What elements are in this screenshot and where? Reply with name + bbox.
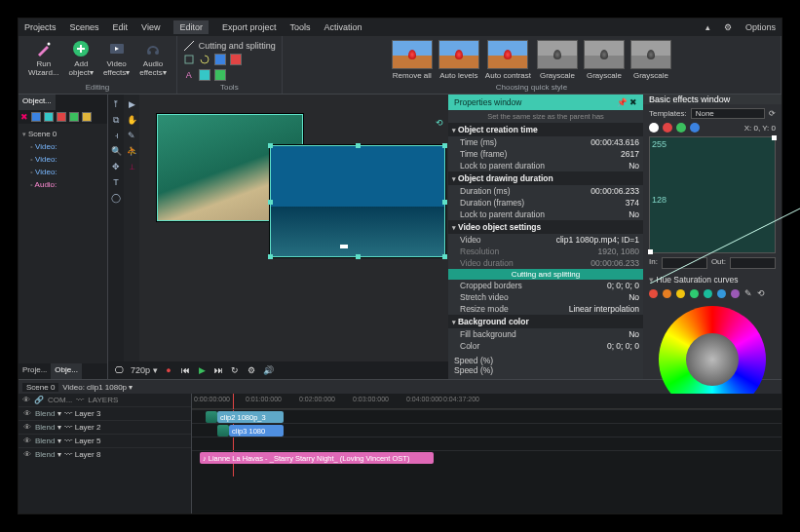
timeline-clip-1[interactable]: clip2 1080p_3 [217,411,284,423]
hue-dot-4[interactable] [690,289,699,298]
obj-tool-4[interactable] [69,112,79,122]
menu-projects[interactable]: Projects [24,22,57,32]
move-icon[interactable]: ✥ [110,161,122,172]
dur-ms-value[interactable]: 00:00:06.233 [590,186,639,196]
section-videoset[interactable]: Video object settings [448,220,643,234]
settings-icon[interactable]: ⚙ [247,365,257,376]
eye-icon[interactable]: 👁 [22,396,30,404]
object-video-3[interactable]: Video: [22,166,103,178]
video-value[interactable]: clip1 1080p.mp4; ID=1 [556,235,639,245]
monitor-icon[interactable]: 🖵 [114,365,125,376]
style-auto-contrast[interactable]: Auto contrast [485,40,531,80]
com-group[interactable]: COM... [48,396,72,404]
hue-dot-5[interactable] [704,289,712,298]
crop-icon[interactable] [183,54,195,65]
scene-node[interactable]: Scene 0 [22,128,103,140]
tool-icon-2[interactable] [230,54,242,65]
color-value[interactable]: 0; 0; 0; 0 [607,341,639,351]
hue-dot-2[interactable] [663,289,671,298]
style-grayscale-2[interactable]: Grayscale [584,40,625,80]
loop-icon[interactable]: ↻ [230,365,241,376]
align-top-icon[interactable]: ⤒ [110,98,122,110]
hue-dot-6[interactable] [717,289,726,298]
add-object-button[interactable]: Add object▾ [65,40,97,77]
ruler-icon[interactable]: ⟂ [126,161,137,172]
expand-icon[interactable]: ▴ [705,22,710,32]
obj-tool-5[interactable] [82,112,92,122]
scene-crumb[interactable]: Scene 0 [22,383,58,392]
blue-dot-icon[interactable] [690,123,700,133]
object-video-1[interactable]: Video: [22,140,103,153]
reset-icon[interactable]: ⟲ [757,288,765,298]
obj-tool-1[interactable] [31,112,41,122]
text-icon[interactable]: T [110,176,122,188]
current-clip[interactable]: Video: clip1 1080p ▾ [62,383,133,392]
play-icon[interactable]: ▶ [197,365,208,376]
rotate-handle-icon[interactable]: ⟲ [436,118,443,128]
tool-icon-4[interactable] [214,69,226,81]
audio-effects-button[interactable]: Audio effects▾ [135,40,170,77]
white-dot-icon[interactable] [649,123,659,133]
record-icon[interactable]: ● [164,365,174,376]
video-effects-button[interactable]: Video effects▾ [99,40,133,77]
resize-value[interactable]: Linear interpolation [569,304,639,314]
menu-activation[interactable]: Activation [324,22,362,32]
skip-back-icon[interactable]: ⏮ [180,365,191,376]
menu-tools[interactable]: Tools [289,22,310,32]
pin-icon[interactable]: 📌 [617,97,628,107]
obj-tool-3[interactable] [57,112,66,122]
layers-group[interactable]: LAYERS [88,396,118,404]
skip-fwd-icon[interactable]: ⏭ [213,365,224,376]
link-icon[interactable]: 🔗 [34,396,44,404]
zoom-icon[interactable]: 🔍 [110,145,122,157]
cursor-icon[interactable]: ▶ [126,98,137,110]
obj-tool-2[interactable] [44,112,54,122]
templates-select[interactable]: None [691,108,765,119]
style-auto-levels[interactable]: Auto levels [438,40,479,80]
shape-icon[interactable]: ◯ [110,192,122,204]
props-hint[interactable]: Set the same size as the parent has [448,110,643,123]
object-video-2[interactable]: Video: [22,153,103,166]
objects-bottom-tab[interactable]: Obje... [51,363,82,379]
menu-edit[interactable]: Edit [113,22,129,32]
run-wizard-button[interactable]: Run Wizard... [24,40,63,77]
section-bg[interactable]: Background color [448,315,643,328]
volume-icon[interactable]: 🔊 [263,365,274,376]
menu-scenes[interactable]: Scenes [70,22,99,32]
timeline-tracks[interactable]: 0:00:00:000 0:01:00:000 0:02:00:000 0:03… [192,394,781,513]
person-icon[interactable]: ⛹ [126,145,137,157]
tool-icon-3[interactable] [199,69,210,81]
projects-tab[interactable]: Proje... [19,363,51,379]
lock-parent-2-value[interactable]: No [629,209,639,219]
style-remove-all[interactable]: Remove all [392,40,433,80]
objects-tab[interactable]: Object... [19,95,56,110]
gear-icon[interactable]: ⚙ [724,22,732,32]
object-audio-1[interactable]: Audio: [22,178,103,191]
text-tool-icon[interactable]: A [183,69,195,81]
clip-thumb-1[interactable] [206,411,217,423]
timeline-clip-2[interactable]: clip3 1080 [229,425,284,437]
style-grayscale-3[interactable]: Grayscale [630,40,671,80]
section-creation[interactable]: Object creation time [448,123,643,136]
cutting-band[interactable]: Cutting and splitting [448,269,643,280]
clip-preview-2[interactable] [270,145,445,257]
dur-frame-value[interactable]: 374 [626,198,639,208]
layer-row-3[interactable]: 👁Blend▾ 〰Layer 3 [19,406,191,420]
options-label[interactable]: Options [745,22,776,32]
clip-thumb-2[interactable] [217,425,229,437]
align-icon[interactable]: ⫞ [110,130,122,141]
delete-icon[interactable]: ✖ [20,112,28,122]
layer-row-2[interactable]: 👁Blend▾ 〰Layer 2 [19,420,191,434]
green-dot-icon[interactable] [676,123,686,133]
cutting-splitting-label[interactable]: Cutting and splitting [199,41,276,51]
menu-export[interactable]: Export project [222,22,277,32]
fill-value[interactable]: No [629,329,639,339]
pencil-icon[interactable]: ✎ [744,288,752,298]
hue-dot-3[interactable] [676,289,685,298]
preview-canvas[interactable]: ⟲ [143,98,444,358]
hue-dot-7[interactable] [731,289,740,298]
lock-parent-1-value[interactable]: No [629,161,639,171]
tree-icon[interactable]: ⧉ [110,114,122,126]
timeline-audio-clip[interactable]: ♪Lianne La Havas - _Starry Starry Night_… [200,452,434,464]
eyedrop-icon[interactable]: ✎ [126,130,137,141]
